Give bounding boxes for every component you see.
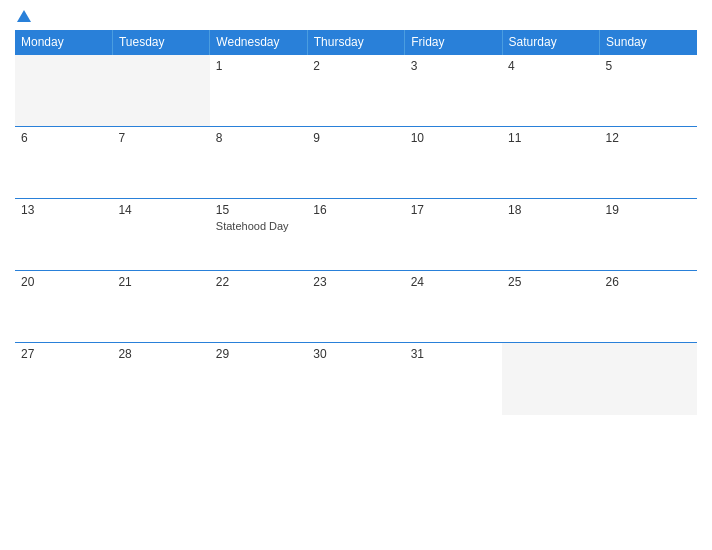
calendar-cell: 27 — [15, 343, 112, 415]
day-number: 26 — [606, 275, 691, 289]
day-number: 3 — [411, 59, 496, 73]
calendar-cell: 9 — [307, 127, 404, 199]
logo-triangle-icon — [17, 10, 31, 22]
calendar-cell: 10 — [405, 127, 502, 199]
day-number: 20 — [21, 275, 106, 289]
day-number: 1 — [216, 59, 301, 73]
day-number: 30 — [313, 347, 398, 361]
calendar-cell: 12 — [600, 127, 697, 199]
day-number: 27 — [21, 347, 106, 361]
calendar-cell — [15, 55, 112, 127]
weekday-header-friday: Friday — [405, 30, 502, 55]
calendar-cell: 15Statehood Day — [210, 199, 307, 271]
calendar-cell: 8 — [210, 127, 307, 199]
day-number: 31 — [411, 347, 496, 361]
calendar-cell: 24 — [405, 271, 502, 343]
day-number: 25 — [508, 275, 593, 289]
calendar-cell: 26 — [600, 271, 697, 343]
calendar-cell: 3 — [405, 55, 502, 127]
weekday-header-tuesday: Tuesday — [112, 30, 209, 55]
weekday-header-sunday: Sunday — [600, 30, 697, 55]
logo-top — [15, 10, 31, 22]
day-number: 7 — [118, 131, 203, 145]
calendar-table: MondayTuesdayWednesdayThursdayFridaySatu… — [15, 30, 697, 415]
day-number: 4 — [508, 59, 593, 73]
holiday-label: Statehood Day — [216, 220, 301, 232]
day-number: 29 — [216, 347, 301, 361]
calendar-cell: 2 — [307, 55, 404, 127]
day-number: 12 — [606, 131, 691, 145]
calendar-cell: 1 — [210, 55, 307, 127]
day-number: 8 — [216, 131, 301, 145]
calendar-cell: 29 — [210, 343, 307, 415]
calendar-cell: 20 — [15, 271, 112, 343]
weekday-header-monday: Monday — [15, 30, 112, 55]
header — [15, 10, 697, 22]
calendar-page: MondayTuesdayWednesdayThursdayFridaySatu… — [0, 0, 712, 550]
calendar-cell: 18 — [502, 199, 599, 271]
calendar-cell: 21 — [112, 271, 209, 343]
day-number: 5 — [606, 59, 691, 73]
calendar-cell: 28 — [112, 343, 209, 415]
week-row-5: 2728293031 — [15, 343, 697, 415]
logo — [15, 10, 31, 22]
calendar-cell: 7 — [112, 127, 209, 199]
week-row-3: 131415Statehood Day16171819 — [15, 199, 697, 271]
day-number: 22 — [216, 275, 301, 289]
weekday-header-wednesday: Wednesday — [210, 30, 307, 55]
day-number: 17 — [411, 203, 496, 217]
calendar-cell: 13 — [15, 199, 112, 271]
week-row-4: 20212223242526 — [15, 271, 697, 343]
calendar-cell: 5 — [600, 55, 697, 127]
day-number: 18 — [508, 203, 593, 217]
calendar-cell: 16 — [307, 199, 404, 271]
calendar-cell: 11 — [502, 127, 599, 199]
calendar-cell — [502, 343, 599, 415]
day-number: 11 — [508, 131, 593, 145]
calendar-cell: 4 — [502, 55, 599, 127]
day-number: 9 — [313, 131, 398, 145]
calendar-cell: 17 — [405, 199, 502, 271]
calendar-cell: 14 — [112, 199, 209, 271]
day-number: 16 — [313, 203, 398, 217]
day-number: 6 — [21, 131, 106, 145]
calendar-cell — [112, 55, 209, 127]
day-number: 14 — [118, 203, 203, 217]
calendar-cell: 25 — [502, 271, 599, 343]
calendar-cell: 6 — [15, 127, 112, 199]
day-number: 19 — [606, 203, 691, 217]
day-number: 28 — [118, 347, 203, 361]
calendar-cell: 30 — [307, 343, 404, 415]
weekday-header-row: MondayTuesdayWednesdayThursdayFridaySatu… — [15, 30, 697, 55]
calendar-cell: 31 — [405, 343, 502, 415]
day-number: 13 — [21, 203, 106, 217]
weekday-header-saturday: Saturday — [502, 30, 599, 55]
calendar-cell: 22 — [210, 271, 307, 343]
day-number: 15 — [216, 203, 301, 217]
week-row-1: 12345 — [15, 55, 697, 127]
day-number: 23 — [313, 275, 398, 289]
day-number: 10 — [411, 131, 496, 145]
day-number: 2 — [313, 59, 398, 73]
week-row-2: 6789101112 — [15, 127, 697, 199]
day-number: 21 — [118, 275, 203, 289]
weekday-header-thursday: Thursday — [307, 30, 404, 55]
calendar-cell: 19 — [600, 199, 697, 271]
calendar-cell: 23 — [307, 271, 404, 343]
calendar-cell — [600, 343, 697, 415]
day-number: 24 — [411, 275, 496, 289]
